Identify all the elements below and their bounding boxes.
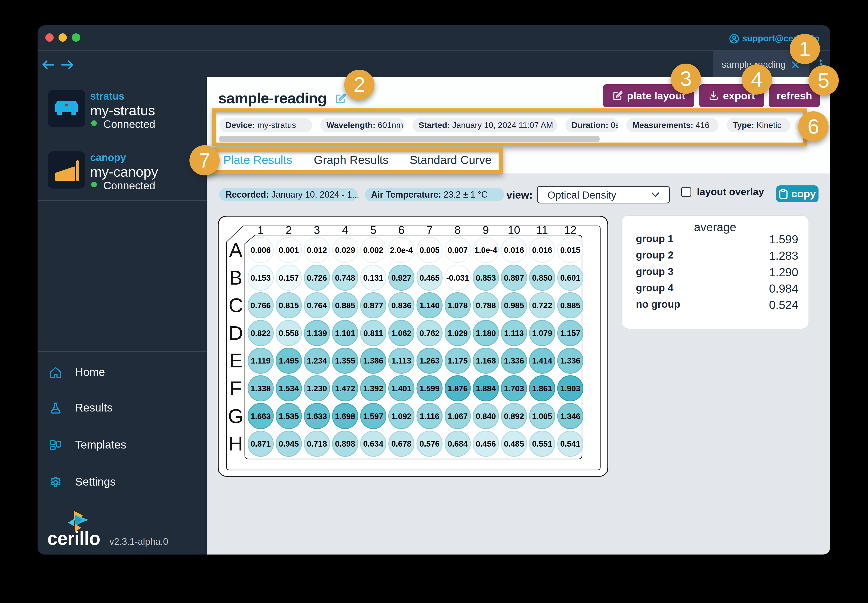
svg-text:12: 12: [564, 224, 577, 237]
svg-text:1.157: 1.157: [560, 329, 581, 338]
svg-text:1.140: 1.140: [419, 301, 440, 310]
svg-text:0.634: 0.634: [363, 439, 383, 448]
svg-text:3: 3: [314, 224, 320, 237]
svg-text:C: C: [228, 294, 243, 316]
svg-text:8: 8: [454, 224, 461, 237]
svg-text:0.927: 0.927: [391, 274, 412, 282]
svg-text:0.762: 0.762: [419, 329, 440, 338]
svg-text:1.703: 1.703: [504, 384, 524, 393]
svg-text:0.576: 0.576: [419, 439, 440, 448]
svg-text:0.601: 0.601: [560, 274, 581, 282]
svg-text:1.336: 1.336: [560, 356, 581, 365]
svg-text:1.884: 1.884: [476, 384, 496, 393]
svg-text:1.861: 1.861: [532, 384, 552, 393]
svg-text:1.175: 1.175: [448, 356, 468, 365]
svg-text:H: H: [228, 433, 243, 455]
svg-text:0.551: 0.551: [532, 439, 552, 448]
svg-text:1.139: 1.139: [307, 329, 327, 338]
svg-text:G: G: [228, 405, 243, 427]
svg-text:2.0e-4: 2.0e-4: [390, 246, 413, 255]
svg-text:0.678: 0.678: [391, 439, 412, 448]
svg-text:2: 2: [286, 224, 292, 237]
svg-text:0.850: 0.850: [532, 274, 552, 282]
svg-text:1.263: 1.263: [419, 356, 440, 365]
svg-text:1.392: 1.392: [363, 384, 383, 393]
svg-text:1.116: 1.116: [420, 412, 439, 421]
svg-text:0.016: 0.016: [504, 246, 524, 255]
svg-text:0.764: 0.764: [307, 301, 327, 310]
svg-text:1.029: 1.029: [448, 329, 468, 338]
svg-text:F: F: [230, 377, 242, 399]
svg-text:1.113: 1.113: [392, 356, 411, 365]
svg-text:0.877: 0.877: [363, 301, 383, 310]
svg-text:0.015: 0.015: [560, 246, 581, 255]
svg-text:0.815: 0.815: [279, 301, 299, 310]
svg-text:9: 9: [483, 224, 489, 237]
svg-text:1.534: 1.534: [279, 384, 299, 393]
svg-text:0.722: 0.722: [532, 301, 552, 310]
svg-text:1.079: 1.079: [532, 329, 552, 338]
svg-text:11: 11: [536, 224, 548, 237]
svg-text:0.456: 0.456: [476, 439, 496, 448]
svg-text:1.0e-4: 1.0e-4: [474, 246, 498, 255]
svg-text:0.153: 0.153: [251, 274, 271, 282]
svg-text:0.853: 0.853: [476, 274, 496, 282]
svg-text:0.822: 0.822: [251, 329, 271, 338]
svg-text:0.001: 0.001: [279, 246, 299, 255]
svg-text:1.401: 1.401: [391, 384, 412, 393]
svg-text:0.892: 0.892: [504, 412, 524, 421]
svg-text:0.898: 0.898: [335, 439, 355, 448]
svg-text:1.633: 1.633: [307, 412, 327, 421]
svg-text:0.766: 0.766: [251, 301, 271, 310]
svg-text:-0.031: -0.031: [446, 274, 469, 282]
svg-text:0.684: 0.684: [448, 439, 468, 448]
svg-text:1.535: 1.535: [279, 412, 299, 421]
svg-text:0.465: 0.465: [419, 274, 440, 282]
svg-text:1.599: 1.599: [419, 384, 440, 393]
svg-text:0.840: 0.840: [476, 412, 496, 421]
svg-text:0.485: 0.485: [504, 439, 524, 448]
svg-text:A: A: [229, 239, 243, 261]
svg-text:E: E: [229, 349, 243, 371]
svg-text:0.811: 0.811: [363, 329, 383, 338]
svg-text:1.903: 1.903: [560, 384, 581, 393]
svg-text:1.078: 1.078: [448, 301, 468, 310]
svg-text:1.180: 1.180: [476, 329, 496, 338]
svg-text:1.876: 1.876: [448, 384, 468, 393]
svg-text:1.414: 1.414: [532, 356, 552, 365]
svg-text:0.726: 0.726: [307, 274, 327, 282]
svg-text:0.897: 0.897: [504, 274, 524, 282]
svg-text:1.005: 1.005: [532, 412, 552, 421]
svg-text:0.029: 0.029: [335, 246, 355, 255]
svg-text:1.663: 1.663: [251, 412, 271, 421]
svg-text:0.718: 0.718: [307, 439, 327, 448]
svg-text:0.836: 0.836: [391, 301, 412, 310]
svg-text:0.006: 0.006: [251, 246, 271, 255]
svg-text:1.336: 1.336: [504, 356, 524, 365]
svg-text:1.092: 1.092: [391, 412, 412, 421]
svg-text:0.945: 0.945: [279, 439, 299, 448]
svg-text:1.062: 1.062: [391, 329, 412, 338]
svg-text:0.131: 0.131: [363, 274, 383, 282]
svg-text:D: D: [228, 322, 243, 344]
svg-text:0.985: 0.985: [504, 301, 524, 310]
svg-text:1.346: 1.346: [560, 412, 581, 421]
svg-text:5: 5: [370, 224, 377, 237]
svg-text:1.597: 1.597: [363, 412, 383, 421]
svg-text:0.005: 0.005: [419, 246, 440, 255]
svg-text:0.007: 0.007: [448, 246, 468, 255]
svg-text:6: 6: [398, 224, 405, 237]
svg-text:7: 7: [426, 224, 433, 237]
svg-text:1.119: 1.119: [251, 356, 271, 365]
svg-text:4: 4: [342, 224, 349, 237]
svg-text:0.788: 0.788: [476, 301, 496, 310]
svg-text:1.386: 1.386: [363, 356, 383, 365]
svg-text:1.168: 1.168: [476, 356, 496, 365]
svg-text:0.885: 0.885: [335, 301, 355, 310]
svg-text:0.871: 0.871: [251, 439, 271, 448]
svg-text:10: 10: [508, 224, 520, 237]
svg-text:0.541: 0.541: [560, 439, 581, 448]
svg-text:0.016: 0.016: [532, 246, 552, 255]
svg-text:1.472: 1.472: [335, 384, 355, 393]
svg-text:1: 1: [257, 224, 264, 237]
